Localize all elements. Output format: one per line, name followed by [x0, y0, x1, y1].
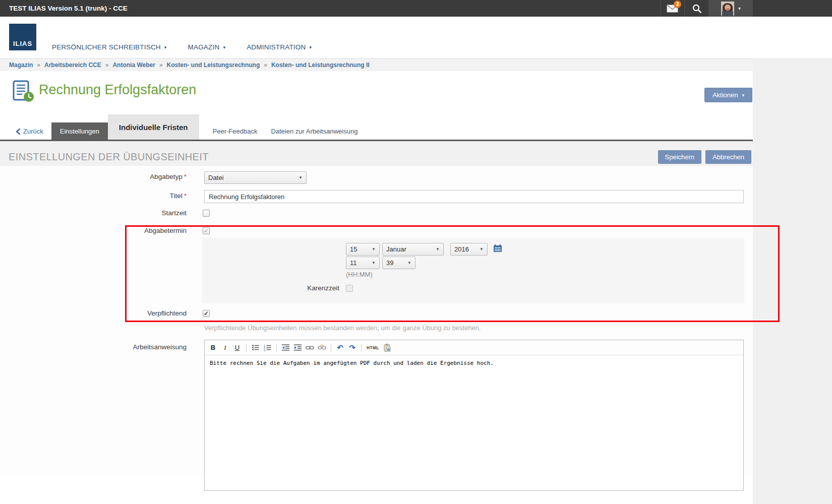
toolbar-separator: [246, 344, 247, 352]
editor-content[interactable]: Bitte rechnen Sie die Aufgaben im angefü…: [205, 355, 743, 371]
unlink-icon[interactable]: [317, 342, 327, 353]
rich-text-editor: B I U 123: [204, 340, 744, 491]
ilias-logo[interactable]: ILIAS: [9, 24, 36, 50]
numbered-list-icon[interactable]: 123: [262, 342, 273, 353]
paste-from-word-icon[interactable]: W: [382, 342, 393, 353]
hour-select[interactable]: 11 ▼: [346, 257, 380, 269]
user-menu-caret-icon: ▾: [738, 6, 741, 11]
toolbar-separator: [276, 344, 277, 352]
chevron-down-icon: ▾: [742, 93, 745, 98]
day-select[interactable]: 15 ▼: [346, 243, 380, 256]
back-link[interactable]: Zurück: [16, 128, 43, 140]
select-caret-icon: ▼: [372, 261, 376, 265]
required-marker: *: [184, 192, 187, 200]
cancel-button[interactable]: Abbrechen: [705, 150, 751, 164]
breadcrumb-arbeitsbereich-cce[interactable]: Arbeitsbereich CCE: [44, 61, 101, 69]
chevron-down-icon: ▾: [309, 45, 312, 50]
breadcrumb-kosten-leistungsrechnung-2[interactable]: Kosten- und Leistungsrechnung II: [271, 61, 370, 69]
tab-peer-feedback[interactable]: Peer-Feedback: [213, 128, 258, 140]
startzeit-checkbox[interactable]: [203, 210, 210, 217]
svg-text:3: 3: [264, 349, 265, 352]
nav-administration[interactable]: ADMINISTRATION ▾: [247, 43, 312, 51]
main-navigation: PERSÖNLICHER SCHREIBTISCH ▾ MAGAZIN ▾ AD…: [52, 43, 333, 51]
title-bar: Rechnung Erfolgsfaktoren Aktionen ▾: [0, 71, 753, 110]
svg-text:W: W: [387, 347, 391, 351]
toolbar-separator: [331, 344, 331, 352]
page-title: Rechnung Erfolgsfaktoren: [39, 82, 196, 98]
mail-button[interactable]: 3: [660, 0, 684, 17]
abgabetyp-label: Abgabetyp*: [0, 173, 187, 180]
indent-icon[interactable]: [292, 342, 303, 353]
minute-select[interactable]: 39 ▼: [382, 257, 415, 269]
abgabetermin-checkbox[interactable]: ✓: [203, 227, 210, 234]
user-avatar: [721, 2, 734, 16]
titel-input[interactable]: [204, 190, 744, 203]
save-button[interactable]: Speichern: [658, 150, 702, 164]
titel-label: Titel*: [0, 192, 187, 200]
underline-icon[interactable]: U: [232, 342, 243, 353]
back-chevron-icon: [16, 129, 20, 135]
installation-title: TEST ILIAS Version 5.1 (trunk) - CCE: [9, 0, 128, 17]
tab-dateien-zur-arbeitsanweisung[interactable]: Dateien zur Arbeitsanweisung: [271, 128, 358, 140]
search-icon: [692, 4, 701, 13]
select-caret-icon: ▼: [372, 247, 376, 251]
tab-einstellungen[interactable]: Einstellungen: [51, 122, 108, 140]
mail-count-badge: 3: [674, 1, 681, 8]
karenzzeit-checkbox[interactable]: [346, 285, 353, 292]
chevron-down-icon: ▾: [223, 45, 225, 50]
undo-icon[interactable]: ↶: [335, 342, 345, 353]
select-caret-icon: ▼: [407, 261, 411, 265]
abgabetyp-select[interactable]: Datei ▼: [204, 171, 307, 184]
chevron-down-icon: ▾: [164, 45, 167, 50]
topbar-controls: 3 ▾: [660, 0, 753, 17]
verpflichtend-label: Verpflichtend: [0, 309, 187, 317]
top-bar: TEST ILIAS Version 5.1 (trunk) - CCE 3: [0, 0, 832, 17]
breadcrumb-magazin[interactable]: Magazin: [9, 61, 33, 69]
actions-button[interactable]: Aktionen ▾: [704, 88, 752, 102]
tab-bar: Zurück Einstellungen Individuelle Friste…: [0, 110, 753, 141]
karenzzeit-label: Karenzzeit: [202, 284, 339, 292]
search-button[interactable]: [684, 0, 708, 17]
arbeitsanweisung-label: Arbeitsanweisung: [0, 343, 187, 351]
verpflichtend-hint: Verpflichtende Übungseinheiten müssen be…: [204, 324, 481, 332]
time-format-hint: (HH:MM): [346, 271, 373, 278]
user-menu-button[interactable]: ▾: [708, 0, 753, 17]
year-select[interactable]: 2016 ▼: [450, 243, 488, 256]
breadcrumb-kosten-leistungsrechnung[interactable]: Kosten- und Leistungsrechnung: [167, 61, 260, 69]
form-section-header: EINSTELLUNGEN DER ÜBUNGSEINHEIT Speicher…: [0, 141, 753, 166]
exercise-unit-icon: [12, 80, 34, 102]
toolbar-separator: [361, 344, 362, 352]
redo-icon[interactable]: ↷: [347, 342, 358, 353]
outdent-icon[interactable]: [280, 342, 291, 353]
html-source-icon[interactable]: HTML: [365, 342, 381, 353]
breadcrumb-antonia-weber[interactable]: Antonia Weber: [112, 61, 155, 69]
italic-icon[interactable]: I: [220, 342, 230, 353]
main-header: ILIAS PERSÖNLICHER SCHREIBTISCH ▾ MAGAZI…: [0, 17, 832, 58]
breadcrumb-separator: »: [159, 61, 163, 69]
startzeit-label: Startzeit: [0, 209, 187, 217]
settings-form: Abgabetyp* Datei ▼ Titel* Startzeit Abga…: [0, 166, 753, 475]
verpflichtend-checkbox[interactable]: ✓: [203, 310, 210, 317]
month-select[interactable]: Januar ▼: [382, 243, 444, 256]
tab-individuelle-fristen[interactable]: Individuelle Fristen: [108, 114, 199, 140]
abgabetermin-label: Abgabetermin: [0, 227, 187, 234]
abgabetermin-panel: 15 ▼ Januar ▼ 2016 ▼: [202, 238, 744, 303]
editor-toolbar: B I U 123: [205, 340, 743, 355]
bullet-list-icon[interactable]: [250, 342, 261, 353]
select-caret-icon: ▼: [299, 175, 303, 180]
breadcrumb-separator: »: [37, 61, 40, 69]
page-container: Magazin » Arbeitsbereich CCE » Antonia W…: [0, 58, 753, 504]
calendar-icon[interactable]: [494, 244, 502, 252]
nav-magazin[interactable]: MAGAZIN ▾: [188, 43, 226, 51]
nav-persoenlicher-schreibtisch[interactable]: PERSÖNLICHER SCHREIBTISCH ▾: [52, 43, 167, 51]
form-action-buttons: Speichern Abbrechen: [658, 150, 751, 164]
breadcrumb-separator: »: [105, 61, 109, 69]
bold-icon[interactable]: B: [208, 342, 218, 353]
breadcrumb: Magazin » Arbeitsbereich CCE » Antonia W…: [0, 58, 753, 71]
select-caret-icon: ▼: [480, 247, 484, 251]
select-caret-icon: ▼: [436, 247, 440, 251]
breadcrumb-separator: »: [264, 61, 267, 69]
form-section-title: EINSTELLUNGEN DER ÜBUNGSEINHEIT: [9, 151, 209, 163]
link-icon[interactable]: [305, 342, 315, 353]
required-marker: *: [184, 173, 187, 180]
